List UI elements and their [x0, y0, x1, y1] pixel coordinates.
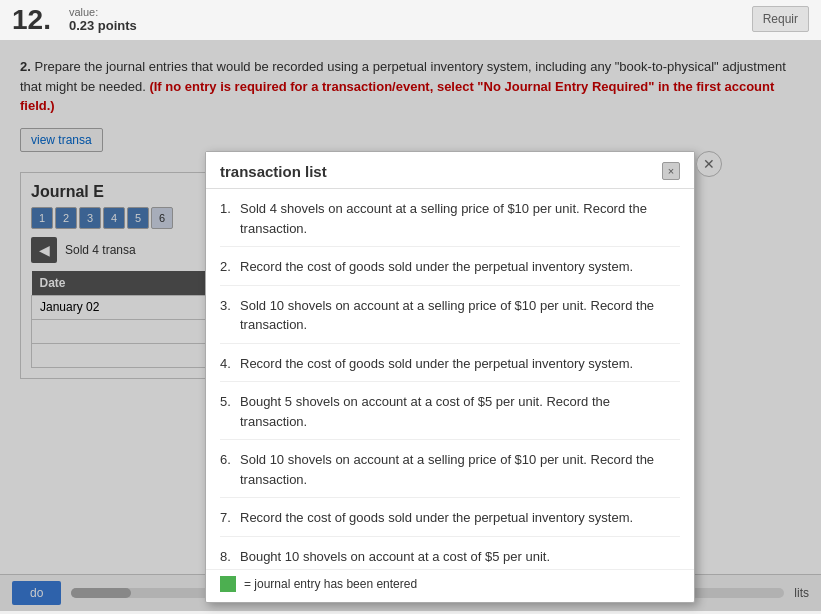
question-info: 12. value: 0.23 points — [12, 6, 137, 34]
close-icon: × — [668, 165, 674, 177]
item-text: Record the cost of goods sold under the … — [240, 257, 680, 277]
legend-box — [220, 576, 236, 592]
item-number: 4. — [220, 354, 240, 374]
item-number: 2. — [220, 257, 240, 277]
modal-item-5: 5. Bought 5 shovels on account at a cost… — [220, 392, 680, 440]
item-text: Bought 5 shovels on account at a cost of… — [240, 392, 680, 431]
item-text: Record the cost of goods sold under the … — [240, 354, 680, 374]
item-number: 3. — [220, 296, 240, 316]
modal-footer: = journal entry has been entered — [206, 569, 694, 602]
item-text: Record the cost of goods sold under the … — [240, 508, 680, 528]
item-text: Sold 10 shovels on account at a selling … — [240, 296, 680, 335]
modal-item-7: 7. Record the cost of goods sold under t… — [220, 508, 680, 537]
value-label: value: — [69, 6, 137, 18]
item-number: 8. — [220, 547, 240, 567]
modal-item-1: 1. Sold 4 shovels on account at a sellin… — [220, 199, 680, 247]
item-text: Bought 10 shovels on account at a cost o… — [240, 547, 680, 567]
close-x-icon: ✕ — [703, 156, 715, 172]
legend-text: = journal entry has been entered — [244, 577, 417, 591]
top-bar: 12. value: 0.23 points Requir — [0, 0, 821, 41]
modal-external-close[interactable]: ✕ — [696, 151, 722, 177]
item-number: 6. — [220, 450, 240, 470]
value-block: value: 0.23 points — [69, 6, 137, 33]
require-button[interactable]: Requir — [752, 6, 809, 32]
modal-title: transaction list — [220, 163, 327, 180]
modal-header: transaction list × — [206, 152, 694, 189]
modal-body: 1. Sold 4 shovels on account at a sellin… — [206, 189, 694, 569]
item-text: Sold 10 shovels on account at a selling … — [240, 450, 680, 489]
main-content: 2. Prepare the journal entries that woul… — [0, 41, 821, 611]
item-number: 7. — [220, 508, 240, 528]
modal-item-2: 2. Record the cost of goods sold under t… — [220, 257, 680, 286]
item-number: 5. — [220, 392, 240, 412]
question-number: 12. — [12, 6, 51, 34]
transaction-list-modal: ✕ transaction list × 1. Sold 4 shovels o… — [205, 151, 695, 603]
modal-item-8: 8. Bought 10 shovels on account at a cos… — [220, 547, 680, 570]
modal-item-3: 3. Sold 10 shovels on account at a selli… — [220, 296, 680, 344]
modal-item-6: 6. Sold 10 shovels on account at a selli… — [220, 450, 680, 498]
modal-item-4: 4. Record the cost of goods sold under t… — [220, 354, 680, 383]
item-number: 1. — [220, 199, 240, 219]
item-text: Sold 4 shovels on account at a selling p… — [240, 199, 680, 238]
modal-close-button[interactable]: × — [662, 162, 680, 180]
value-points: 0.23 points — [69, 18, 137, 33]
